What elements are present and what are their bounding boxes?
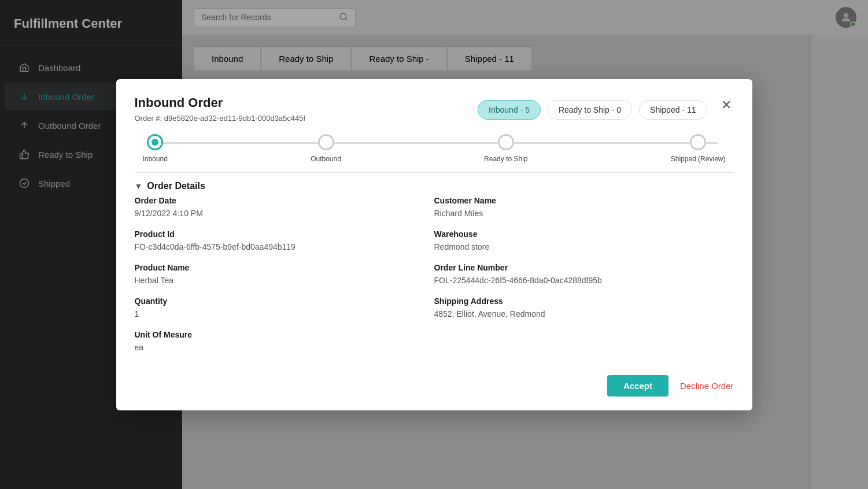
modal-title-area: Inbound Order Order #: d9e5820e-ad32-ed1… xyxy=(135,95,478,123)
progress-step-ready: Ready to Ship xyxy=(484,134,527,163)
detail-col-right: Customer Name Richard Miles Warehouse Re… xyxy=(434,196,734,364)
label-product-name: Product Name xyxy=(135,263,434,272)
progress-section: Inbound Outbound Ready to Ship Shipped (… xyxy=(116,129,752,172)
modal-overlay: Inbound Order Order #: d9e5820e-ad32-ed1… xyxy=(0,0,868,489)
badge-shipped: Shipped - 11 xyxy=(639,100,707,120)
close-button[interactable]: ✕ xyxy=(719,95,734,115)
label-order-date: Order Date xyxy=(135,196,434,205)
value-product-id: FO-c3d4c0da-6ffb-4575-b9ef-bd0aa494b119 xyxy=(135,242,434,251)
badge-inbound: Inbound - 5 xyxy=(478,100,541,120)
label-customer-name: Customer Name xyxy=(434,196,734,205)
modal-title: Inbound Order xyxy=(135,95,478,110)
progress-steps: Inbound Outbound Ready to Ship Shipped (… xyxy=(143,134,726,163)
step-circle-outbound xyxy=(318,134,334,150)
field-unit-of-mesure: Unit Of Mesure ea xyxy=(135,330,434,352)
progress-step-shipped: Shipped (Review) xyxy=(671,134,726,163)
progress-step-inbound: Inbound xyxy=(143,134,168,163)
accept-button[interactable]: Accept xyxy=(607,375,668,397)
label-order-line-number: Order Line Number xyxy=(434,263,734,272)
step-label-ready: Ready to Ship xyxy=(484,155,527,163)
modal-badges: Inbound - 5 Ready to Ship - 0 Shipped - … xyxy=(478,100,707,120)
value-shipping-address: 4852, Elliot, Avenue, Redmond xyxy=(434,309,734,318)
label-warehouse: Warehouse xyxy=(434,229,734,239)
step-label-inbound: Inbound xyxy=(143,155,168,163)
progress-step-outbound: Outbound xyxy=(311,134,341,163)
field-quantity: Quantity 1 xyxy=(135,297,434,318)
field-customer-name: Customer Name Richard Miles xyxy=(434,196,734,218)
field-product-id: Product Id FO-c3d4c0da-6ffb-4575-b9ef-bd… xyxy=(135,229,434,251)
label-quantity: Quantity xyxy=(135,297,434,306)
value-unit-of-mesure: ea xyxy=(135,343,434,352)
field-warehouse: Warehouse Redmond store xyxy=(434,229,734,251)
label-shipping-address: Shipping Address xyxy=(434,297,734,306)
order-details-header[interactable]: ▼ Order Details xyxy=(116,173,752,196)
label-product-id: Product Id xyxy=(135,229,434,239)
value-warehouse: Redmond store xyxy=(434,242,734,251)
step-circle-inbound xyxy=(147,134,163,150)
details-grid: Order Date 9/12/2022 4:10 PM Product Id … xyxy=(116,196,752,364)
modal-header: Inbound Order Order #: d9e5820e-ad32-ed1… xyxy=(116,79,752,129)
step-label-shipped: Shipped (Review) xyxy=(671,155,726,163)
chevron-down-icon: ▼ xyxy=(135,181,143,191)
modal-footer: Accept Decline Order xyxy=(116,364,752,410)
step-circle-shipped xyxy=(690,134,706,150)
step-circle-ready xyxy=(498,134,514,150)
decline-button[interactable]: Decline Order xyxy=(680,381,734,391)
field-order-line-number: Order Line Number FOL-225444dc-26f5-4666… xyxy=(434,263,734,285)
badge-ready-to-ship: Ready to Ship - 0 xyxy=(548,100,632,120)
label-unit-of-mesure: Unit Of Mesure xyxy=(135,330,434,339)
field-shipping-address: Shipping Address 4852, Elliot, Avenue, R… xyxy=(434,297,734,318)
field-order-date: Order Date 9/12/2022 4:10 PM xyxy=(135,196,434,218)
value-order-date: 9/12/2022 4:10 PM xyxy=(135,209,434,218)
modal-order-id: Order #: d9e5820e-ad32-ed11-9db1-000d3a5… xyxy=(135,114,478,123)
step-label-outbound: Outbound xyxy=(311,155,341,163)
value-product-name: Herbal Tea xyxy=(135,276,434,285)
modal: Inbound Order Order #: d9e5820e-ad32-ed1… xyxy=(116,79,752,410)
order-details-label: Order Details xyxy=(147,181,205,191)
value-quantity: 1 xyxy=(135,309,434,318)
field-product-name: Product Name Herbal Tea xyxy=(135,263,434,285)
value-customer-name: Richard Miles xyxy=(434,209,734,218)
value-order-line-number: FOL-225444dc-26f5-4666-8da0-0ac4288df95b xyxy=(434,276,734,285)
detail-col-left: Order Date 9/12/2022 4:10 PM Product Id … xyxy=(135,196,434,364)
